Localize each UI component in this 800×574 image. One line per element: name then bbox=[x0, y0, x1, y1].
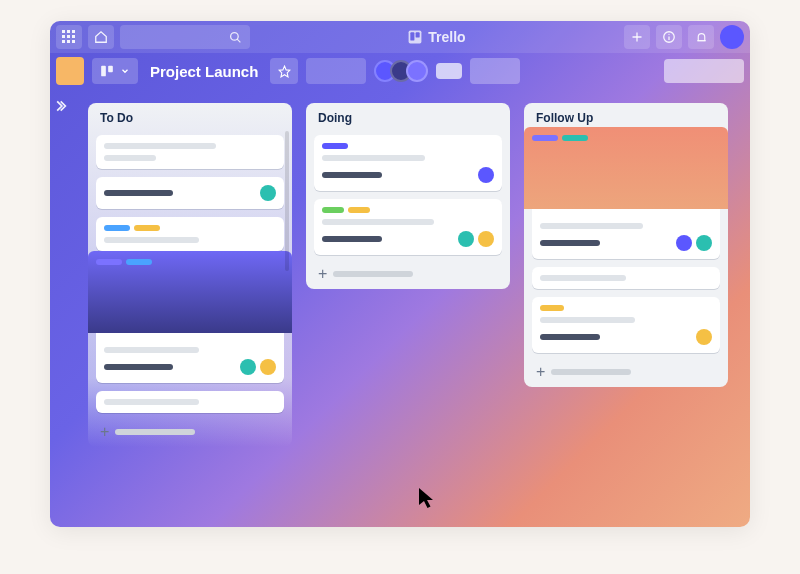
app-window: Trello Project Launch bbox=[50, 21, 750, 527]
card[interactable] bbox=[532, 297, 720, 353]
card[interactable] bbox=[314, 135, 502, 191]
apps-button[interactable] bbox=[56, 25, 82, 49]
svg-line-10 bbox=[237, 39, 240, 42]
svg-rect-3 bbox=[62, 35, 65, 38]
chevron-down-icon bbox=[120, 66, 130, 76]
board-canvas[interactable]: To Do bbox=[82, 99, 750, 527]
list-todo[interactable]: To Do bbox=[88, 103, 292, 447]
card[interactable] bbox=[532, 135, 720, 259]
board-header: Project Launch bbox=[50, 53, 750, 89]
add-card-button[interactable]: + bbox=[314, 263, 502, 283]
board-icon bbox=[100, 64, 114, 78]
svg-rect-21 bbox=[108, 66, 113, 72]
svg-rect-8 bbox=[72, 40, 75, 43]
card-cover bbox=[524, 127, 728, 209]
card[interactable] bbox=[96, 135, 284, 169]
svg-rect-12 bbox=[411, 32, 415, 40]
board-view-switcher[interactable] bbox=[92, 58, 138, 84]
star-board-button[interactable] bbox=[270, 58, 298, 84]
list-doing[interactable]: Doing + bbox=[306, 103, 510, 289]
bell-icon bbox=[695, 31, 708, 44]
svg-rect-4 bbox=[67, 35, 70, 38]
grid-icon bbox=[62, 30, 76, 44]
card[interactable] bbox=[314, 199, 502, 255]
plus-icon: + bbox=[318, 265, 327, 283]
add-card-button[interactable]: + bbox=[532, 361, 720, 381]
plus-icon: + bbox=[100, 423, 109, 441]
top-nav: Trello bbox=[50, 21, 750, 53]
svg-rect-7 bbox=[67, 40, 70, 43]
search-icon bbox=[229, 31, 242, 44]
add-card-button[interactable]: + bbox=[96, 421, 284, 441]
brand-label: Trello bbox=[428, 29, 465, 45]
avatar[interactable] bbox=[720, 25, 744, 49]
card[interactable] bbox=[532, 267, 720, 289]
list-followup[interactable]: Follow Up bbox=[524, 103, 728, 387]
svg-marker-22 bbox=[279, 66, 290, 77]
list-title[interactable]: Doing bbox=[314, 111, 502, 127]
info-icon bbox=[662, 30, 676, 44]
board-title[interactable]: Project Launch bbox=[146, 63, 262, 80]
svg-rect-2 bbox=[72, 30, 75, 33]
home-icon bbox=[94, 30, 108, 44]
card[interactable] bbox=[96, 177, 284, 209]
brand: Trello bbox=[256, 29, 618, 45]
card-cover bbox=[88, 251, 292, 333]
list-title[interactable]: Follow Up bbox=[532, 111, 720, 127]
svg-rect-5 bbox=[72, 35, 75, 38]
board-menu-button[interactable] bbox=[664, 59, 744, 83]
plus-icon bbox=[631, 31, 643, 43]
create-button[interactable] bbox=[624, 25, 650, 49]
workspace-switcher[interactable] bbox=[56, 57, 84, 85]
svg-rect-13 bbox=[416, 32, 420, 37]
board-members[interactable] bbox=[374, 60, 428, 82]
cursor-icon bbox=[418, 487, 438, 509]
card[interactable] bbox=[96, 391, 284, 413]
svg-point-9 bbox=[231, 32, 239, 40]
workspace-visibility[interactable] bbox=[306, 58, 366, 84]
card[interactable] bbox=[96, 259, 284, 383]
list-title[interactable]: To Do bbox=[96, 111, 284, 127]
svg-rect-6 bbox=[62, 40, 65, 43]
home-button[interactable] bbox=[88, 25, 114, 49]
svg-rect-1 bbox=[67, 30, 70, 33]
star-icon bbox=[278, 65, 291, 78]
invite-button[interactable] bbox=[436, 63, 462, 79]
card[interactable] bbox=[96, 217, 284, 251]
svg-rect-20 bbox=[101, 66, 106, 77]
notifications-button[interactable] bbox=[688, 25, 714, 49]
sidebar-expand-button[interactable] bbox=[56, 99, 76, 117]
search-input[interactable] bbox=[120, 25, 250, 49]
svg-point-18 bbox=[668, 34, 669, 35]
member-avatar[interactable] bbox=[406, 60, 428, 82]
chevron-right-icon bbox=[56, 99, 70, 113]
plus-icon: + bbox=[536, 363, 545, 381]
scrollbar[interactable] bbox=[285, 131, 289, 271]
board-extra-pill[interactable] bbox=[470, 58, 520, 84]
svg-rect-0 bbox=[62, 30, 65, 33]
info-button[interactable] bbox=[656, 25, 682, 49]
trello-icon bbox=[408, 30, 422, 44]
